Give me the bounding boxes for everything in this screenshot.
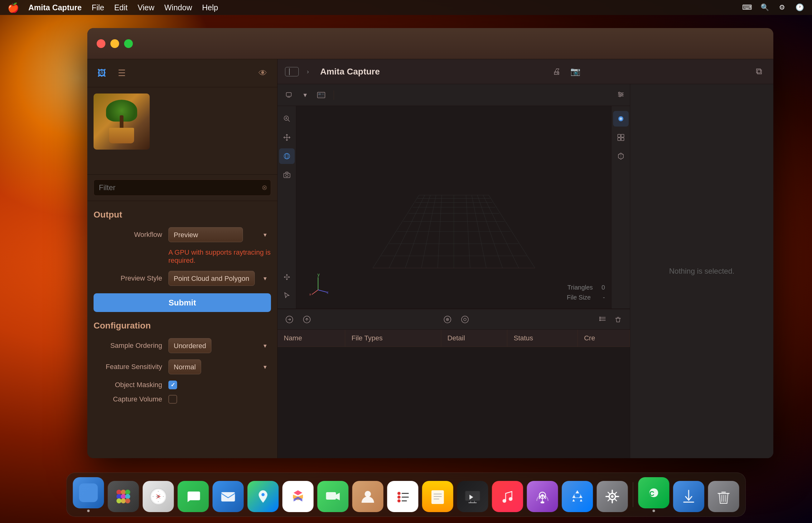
bottom-delete-icon[interactable] — [611, 313, 625, 326]
notes-icon[interactable] — [422, 481, 454, 512]
keyboard-icon[interactable]: ⌨ — [742, 2, 752, 13]
dock-downloads[interactable] — [673, 481, 704, 512]
filter-input[interactable] — [93, 180, 271, 196]
dock-reminders[interactable] — [387, 481, 419, 512]
menu-help[interactable]: Help — [202, 3, 218, 12]
safari-icon[interactable] — [143, 481, 174, 512]
config-scroll[interactable]: Output Workflow PreviewFull Photogrammet… — [87, 201, 277, 458]
object-masking-checkbox[interactable] — [169, 381, 177, 389]
viewport[interactable]: .grid-line { stroke: #404848; stroke-wid… — [296, 106, 611, 309]
bottom-settings-icon[interactable] — [458, 313, 472, 326]
dock-messages[interactable] — [178, 481, 209, 512]
zoom-tool[interactable] — [279, 111, 295, 127]
dock-finder[interactable]: 🔍 — [73, 477, 104, 512]
svg-rect-19 — [286, 276, 288, 278]
launchpad-icon[interactable] — [108, 481, 139, 512]
maximize-button[interactable] — [124, 39, 133, 48]
col-file-types[interactable]: File Types — [345, 330, 441, 347]
close-button[interactable] — [97, 39, 105, 48]
dock-notes[interactable] — [422, 481, 454, 512]
thumbnail-item[interactable] — [93, 93, 150, 150]
facetime-icon[interactable] — [317, 481, 349, 512]
dock-facetime[interactable] — [317, 481, 349, 512]
col-status[interactable]: Status — [507, 330, 578, 347]
messages-icon[interactable] — [178, 481, 209, 512]
dock-podcasts[interactable] — [527, 481, 558, 512]
preview-style-select[interactable]: Point Cloud and PolygonPoint Cloud OnlyP… — [169, 271, 255, 286]
capture-app-icon[interactable]: C — [638, 477, 670, 508]
menu-view[interactable]: View — [138, 3, 154, 12]
sidebar-photos-icon[interactable]: 🖼 — [95, 66, 108, 80]
sidebar-list-icon[interactable]: ☰ — [115, 66, 128, 80]
dock-mail[interactable] — [213, 481, 244, 512]
table-container[interactable]: Name File Types Detail Status Cre — [278, 330, 630, 458]
dock-appstore[interactable] — [562, 481, 593, 512]
print-icon[interactable]: 🖨 — [550, 65, 563, 78]
point-tool[interactable] — [613, 111, 629, 127]
bottom-list-icon[interactable] — [599, 314, 607, 324]
camera-icon[interactable]: 📷 — [568, 65, 582, 78]
clock-icon[interactable]: 🕐 — [795, 2, 805, 13]
coffee-dropdown-icon[interactable] — [283, 89, 295, 101]
bottom-upload-icon[interactable] — [300, 313, 314, 326]
col-detail[interactable]: Detail — [441, 330, 507, 347]
bottom-arrow-icon[interactable] — [283, 313, 296, 326]
cube-tool[interactable] — [613, 148, 629, 164]
dock-safari[interactable] — [143, 481, 174, 512]
menu-app-name[interactable]: Amita Capture — [29, 3, 82, 12]
settings-icon[interactable] — [617, 90, 625, 100]
col-cre[interactable]: Cre — [578, 330, 630, 347]
orbit-tool[interactable] — [279, 148, 295, 164]
minimize-button[interactable] — [110, 39, 119, 48]
mail-icon[interactable] — [213, 481, 244, 512]
downloads-icon[interactable] — [673, 481, 704, 512]
reminders-icon[interactable] — [387, 481, 419, 512]
podcasts-icon[interactable] — [527, 481, 558, 512]
chevron-down-icon[interactable]: › — [307, 68, 309, 75]
trash-icon[interactable] — [708, 481, 739, 512]
menu-window[interactable]: Window — [164, 3, 192, 12]
prefs-icon[interactable] — [597, 481, 628, 512]
dock-launchpad[interactable] — [108, 481, 139, 512]
view-photo-icon[interactable] — [315, 89, 328, 101]
sidebar-toggle-button[interactable] — [285, 67, 299, 76]
submit-button[interactable]: Submit — [93, 293, 271, 312]
workflow-select[interactable]: PreviewFull PhotogrammetryCustom — [169, 227, 243, 242]
col-name[interactable]: Name — [278, 330, 345, 347]
dock-contacts[interactable] — [352, 481, 384, 512]
sample-ordering-select[interactable]: UnorderedSequentialRandom — [169, 338, 211, 353]
filter-clear-icon[interactable]: ⊗ — [262, 184, 267, 192]
capture-volume-checkbox[interactable] — [169, 395, 177, 403]
menu-file[interactable]: File — [92, 3, 104, 12]
dock-music[interactable] — [492, 481, 523, 512]
right-panel: › Amita Capture 🖨 📷 ⧉ — [278, 59, 773, 458]
maps-icon[interactable] — [248, 481, 279, 512]
move-tool[interactable] — [279, 269, 295, 285]
dock-capture[interactable]: C — [638, 477, 670, 512]
photos-icon[interactable] — [283, 481, 314, 512]
appstore-icon[interactable] — [562, 481, 593, 512]
grid-view-tool[interactable] — [613, 130, 629, 145]
copy-icon[interactable]: ⧉ — [752, 65, 766, 78]
bottom-record-icon[interactable] — [441, 313, 454, 326]
svg-text:y: y — [317, 272, 320, 277]
dock-maps[interactable] — [248, 481, 279, 512]
contacts-icon[interactable] — [352, 481, 384, 512]
sidebar-eye-icon[interactable]: 👁 — [256, 66, 270, 80]
pan-tool[interactable] — [279, 130, 295, 145]
apple-menu[interactable]: 🍎 — [7, 2, 19, 13]
camera-capture-tool[interactable] — [279, 167, 295, 183]
dock-trash[interactable] — [708, 481, 739, 512]
tv-icon[interactable] — [457, 481, 488, 512]
finder-icon[interactable]: 🔍 — [73, 477, 104, 508]
feature-sensitivity-select[interactable]: NormalHighLow — [169, 359, 201, 374]
select-tool[interactable] — [279, 288, 295, 304]
search-icon[interactable]: 🔍 — [760, 2, 770, 13]
dock-tv[interactable] — [457, 481, 488, 512]
dock-photos[interactable] — [283, 481, 314, 512]
menu-edit[interactable]: Edit — [114, 3, 127, 12]
music-icon[interactable] — [492, 481, 523, 512]
dropdown-chevron-icon[interactable]: ▾ — [299, 89, 311, 101]
control-center-icon[interactable]: ⚙ — [777, 2, 787, 13]
dock-system-prefs[interactable] — [597, 481, 628, 512]
